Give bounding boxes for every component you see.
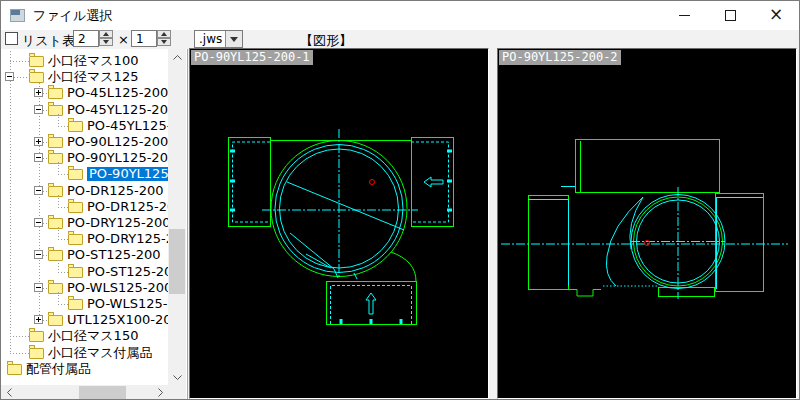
tree-item-label[interactable]: 小口径マス100 bbox=[48, 54, 168, 68]
folder-icon bbox=[68, 121, 83, 132]
folder-icon bbox=[48, 283, 63, 294]
tree-item-label[interactable]: PO-DRY125-20 bbox=[87, 232, 168, 246]
tree-item[interactable]: PO-WLS125-20 bbox=[1, 296, 168, 312]
tree-item-label[interactable]: PO-90L125-200 bbox=[67, 135, 168, 149]
rows-up-button[interactable] bbox=[157, 30, 171, 38]
app-icon bbox=[10, 9, 25, 22]
tree-item[interactable]: 小口径マス付属品 bbox=[1, 345, 168, 361]
tree-item[interactable]: PO-ST125-200 bbox=[1, 247, 168, 263]
scroll-left-button[interactable] bbox=[1, 385, 17, 400]
columns-input[interactable]: 2 bbox=[73, 30, 99, 47]
chevron-left-icon bbox=[7, 388, 12, 397]
tree-item[interactable]: PO-WLS125-200 bbox=[1, 280, 168, 296]
title-bar[interactable]: ファイル選択 × bbox=[1, 1, 799, 30]
tree-connector-line bbox=[58, 126, 68, 127]
tree-connector-line bbox=[10, 353, 29, 354]
collapse-toggle[interactable] bbox=[34, 283, 43, 292]
tree-item[interactable]: UTL125X100-200 bbox=[1, 312, 168, 328]
vertical-scroll-thumb[interactable] bbox=[169, 229, 185, 294]
minimize-button[interactable] bbox=[661, 1, 707, 30]
tree-item-label[interactable]: PO-ST125-200 bbox=[87, 265, 168, 279]
expand-toggle[interactable] bbox=[34, 137, 43, 146]
collapse-toggle[interactable] bbox=[34, 186, 43, 195]
tree-item-label[interactable]: UTL125X100-200 bbox=[67, 313, 168, 327]
tree-item-label[interactable]: PO-45L125-200 bbox=[67, 86, 168, 100]
tree-item-label[interactable]: PO-DRY125-200 bbox=[67, 216, 168, 230]
tree-item[interactable]: PO-45YL125-2 bbox=[1, 118, 168, 134]
tree-item-label[interactable]: PO-WLS125-20 bbox=[87, 297, 168, 311]
columns-up-button[interactable] bbox=[99, 30, 113, 38]
expand-toggle[interactable] bbox=[34, 88, 43, 97]
tree-item[interactable]: PO-DRY125-20 bbox=[1, 231, 168, 247]
toolbar: リスト表示 2 × 1 .jws 【図形】 bbox=[1, 30, 799, 49]
columns-stepper bbox=[99, 30, 113, 47]
close-button[interactable]: × bbox=[753, 1, 799, 30]
preview-panel-2[interactable]: PO-90YL125-200-2 bbox=[497, 48, 797, 399]
dropdown-button[interactable] bbox=[225, 31, 242, 47]
columns-down-button[interactable] bbox=[99, 38, 113, 46]
tree-item[interactable]: PO-DR125-200 bbox=[1, 183, 168, 199]
tree-connector-line bbox=[58, 239, 68, 240]
tree-item-label[interactable]: PO-WLS125-200 bbox=[67, 281, 168, 295]
tree-item-label[interactable]: 小口径マス125 bbox=[48, 70, 168, 84]
tree-item[interactable]: PO-90YL125-200 bbox=[1, 150, 168, 166]
tree-item[interactable]: PO-45YL125-200 bbox=[1, 102, 168, 118]
chevron-right-icon bbox=[158, 388, 163, 397]
rows-stepper bbox=[157, 30, 171, 47]
tree-item-label[interactable]: 小口径マス150 bbox=[48, 329, 168, 343]
folder-icon bbox=[7, 364, 22, 375]
tree-connector-line bbox=[58, 272, 68, 273]
collapse-toggle[interactable] bbox=[34, 105, 43, 114]
tree-item-label-selected[interactable]: PO-90YL125-2 bbox=[87, 167, 168, 181]
tree-item[interactable]: PO-90YL125-2 bbox=[1, 166, 168, 182]
tree-connector-line bbox=[58, 162, 59, 174]
tree-connector-line bbox=[14, 77, 29, 78]
tree-item[interactable]: 小口径マス125 bbox=[1, 69, 168, 85]
tree-connector-line bbox=[58, 174, 68, 175]
folder-icon bbox=[48, 137, 63, 148]
minimize-icon bbox=[679, 15, 690, 16]
tree-item[interactable]: PO-DR125-200 bbox=[1, 199, 168, 215]
rows-down-button[interactable] bbox=[157, 38, 171, 46]
tree-vertical-scrollbar[interactable] bbox=[168, 49, 186, 385]
tree-connector-line bbox=[58, 292, 59, 304]
tree-item-label[interactable]: PO-ST125-200 bbox=[67, 248, 168, 262]
scroll-right-button[interactable] bbox=[152, 385, 168, 400]
collapse-toggle[interactable] bbox=[34, 250, 43, 259]
tree-item[interactable]: 小口径マス100 bbox=[1, 53, 168, 69]
preview-panel-1[interactable]: PO-90YL125-200-1 bbox=[189, 48, 489, 399]
folder-icon bbox=[68, 202, 83, 213]
tree-item-label[interactable]: PO-45YL125-2 bbox=[87, 119, 168, 133]
folder-icon bbox=[68, 299, 83, 310]
tree-item[interactable]: PO-45L125-200 bbox=[1, 85, 168, 101]
tree-item[interactable]: 小口径マス150 bbox=[1, 328, 168, 344]
collapse-toggle[interactable] bbox=[5, 72, 14, 81]
tree-item[interactable]: PO-90L125-200 bbox=[1, 134, 168, 150]
tree-item-label[interactable]: PO-90YL125-200 bbox=[67, 151, 168, 165]
folder-icon bbox=[29, 348, 44, 359]
collapse-toggle[interactable] bbox=[34, 153, 43, 162]
tree-item-label[interactable]: PO-DR125-200 bbox=[87, 200, 168, 214]
filetype-dropdown[interactable]: .jws bbox=[194, 30, 243, 48]
filetype-value: .jws bbox=[199, 32, 222, 46]
tree-item-label[interactable]: 配管付属品 bbox=[26, 362, 168, 376]
tree-horizontal-scrollbar[interactable] bbox=[1, 385, 168, 400]
scroll-down-button[interactable] bbox=[168, 369, 186, 385]
folder-icon bbox=[48, 186, 63, 197]
scroll-up-button[interactable] bbox=[168, 49, 186, 65]
folder-icon bbox=[48, 250, 63, 261]
horizontal-scroll-thumb[interactable] bbox=[79, 386, 126, 399]
folder-icon bbox=[29, 331, 44, 342]
tree-item[interactable]: PO-ST125-200 bbox=[1, 264, 168, 280]
tree-item-label[interactable]: 小口径マス付属品 bbox=[48, 346, 168, 360]
tree-item-label[interactable]: PO-DR125-200 bbox=[67, 184, 168, 198]
maximize-button[interactable] bbox=[707, 1, 753, 30]
list-view-checkbox[interactable] bbox=[5, 32, 18, 45]
expand-toggle[interactable] bbox=[34, 315, 43, 324]
folder-icon bbox=[68, 169, 83, 180]
tree-item[interactable]: 配管付属品 bbox=[1, 361, 168, 377]
collapse-toggle[interactable] bbox=[34, 218, 43, 227]
rows-input[interactable]: 1 bbox=[131, 30, 157, 47]
tree-item-label[interactable]: PO-45YL125-200 bbox=[67, 103, 168, 117]
tree-item[interactable]: PO-DRY125-200 bbox=[1, 215, 168, 231]
